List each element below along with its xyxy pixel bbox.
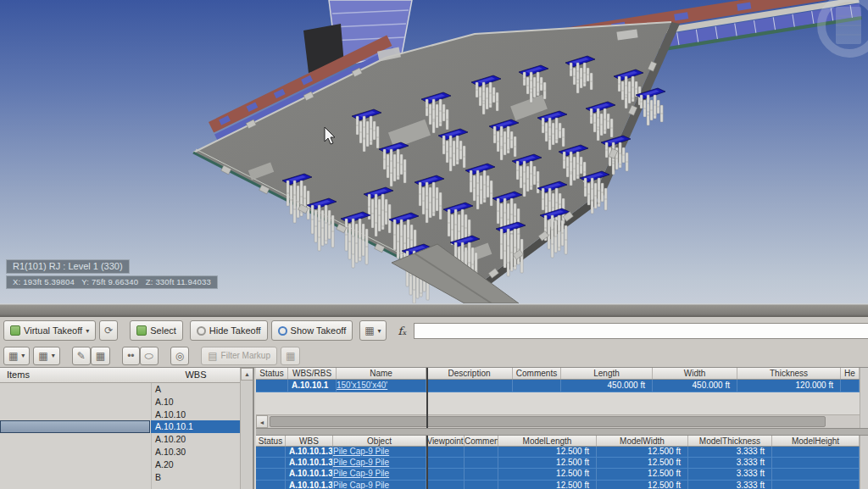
- col-viewpoint[interactable]: Viewpoint: [426, 436, 465, 446]
- col-thickness[interactable]: Thickness: [737, 368, 841, 379]
- hide-takeoff-button[interactable]: Hide Takeoff: [190, 320, 268, 341]
- item-table-empty-area: [256, 392, 860, 414]
- object-table-header: Status WBS Object Viewpoint Comments Mod…: [256, 436, 860, 447]
- wbs-row[interactable]: B: [0, 471, 241, 484]
- eraser-icon: ⬭: [145, 351, 153, 361]
- col-modellength[interactable]: ModelLength: [498, 436, 597, 446]
- app-window: R1(101) RJ : Level 1 (330) X: 193ft 5.39…: [0, 0, 868, 489]
- wbs-row-selected[interactable]: A.10.10.1: [0, 420, 241, 433]
- takeoff-toolbar: off ▾ Virtual Takeoff ▾ ⟳ Select Hide Ta…: [0, 317, 868, 344]
- wbs-row[interactable]: A: [0, 383, 241, 396]
- item-name-link[interactable]: 150'x150'x40': [337, 381, 387, 390]
- quantification-workbook: Items WBS A A.10 A.10.10 A.10.10.1 A.10.…: [0, 368, 868, 489]
- formula-input[interactable]: [414, 323, 868, 339]
- markup-toolbar: ▦ ▾ ▦ ▾ ✎ ▦ •• ⬭ ◎ ▤ Filter Markup: [0, 344, 868, 368]
- 3d-viewport-canvas[interactable]: [0, 0, 868, 303]
- circle-icon: ◎: [175, 351, 184, 361]
- selected-item-band: [0, 420, 150, 433]
- object-row[interactable]: A.10.10.1.31 Pile Cap-9 Pile 12.500 ft 1…: [256, 447, 860, 458]
- scroll-up-icon[interactable]: ▲: [241, 368, 253, 381]
- update-takeoff-button[interactable]: ⟳: [99, 320, 118, 341]
- takeoff-tables: Status WBS/RBS Name Description Comments…: [256, 368, 868, 489]
- item-thickness: 120.000 ft: [737, 380, 841, 392]
- virtual-takeoff-icon: [10, 325, 20, 336]
- grid-pencil-icon: ▦: [286, 351, 295, 361]
- col-object[interactable]: Object: [333, 436, 426, 446]
- markup-grid-button[interactable]: ▦: [91, 347, 110, 365]
- wbs-row[interactable]: A.10: [0, 396, 241, 408]
- markup-pen-button[interactable]: ✎: [72, 347, 91, 365]
- item-length: 450.000 ft: [561, 380, 653, 392]
- show-takeoff-button[interactable]: Show Takeoff: [271, 320, 353, 341]
- virtual-takeoff-button[interactable]: Virtual Takeoff ▾: [3, 320, 96, 341]
- filter-icon: ▤: [208, 351, 217, 361]
- col-wbs-rbs[interactable]: WBS/RBS: [288, 368, 337, 379]
- col-width[interactable]: Width: [653, 368, 737, 379]
- col-length[interactable]: Length: [561, 368, 653, 379]
- freeze-pane-divider[interactable]: [426, 368, 428, 428]
- col-description[interactable]: Description: [426, 368, 513, 379]
- hide-takeoff-icon: [197, 326, 206, 336]
- col-wbs[interactable]: WBS: [286, 436, 333, 446]
- dropdown-arrow-icon: ▾: [86, 327, 89, 335]
- viewport-bottom-strip: [0, 303, 868, 317]
- point-markup-button[interactable]: ••: [122, 347, 139, 365]
- col-name[interactable]: Name: [337, 368, 426, 379]
- selection-box-alt-button[interactable]: ▦ ▾: [33, 347, 59, 365]
- wbs-row[interactable]: A.10.10: [0, 408, 241, 421]
- object-link[interactable]: Pile Cap-9 Pile: [333, 481, 389, 489]
- col-comments[interactable]: Comments: [513, 368, 561, 379]
- items-column-header: Items: [7, 370, 30, 380]
- item-row-selected[interactable]: A.10.10.1 150'x150'x40' 450.000 ft 450.0…: [256, 380, 860, 392]
- item-navigation-panel: Items WBS A A.10 A.10.10 A.10.10.1 A.10.…: [0, 368, 254, 489]
- item-width: 450.000 ft: [653, 380, 737, 392]
- pen-icon: ✎: [77, 351, 86, 361]
- select-button[interactable]: Select: [130, 320, 183, 341]
- panel-vertical-scrollbar[interactable]: ▲: [240, 368, 253, 489]
- selection-box-button[interactable]: ▦ ▾: [3, 347, 30, 365]
- grid-icon: ▦: [96, 351, 105, 361]
- fx-label: fₓ: [398, 325, 407, 337]
- object-table-vertical-scrollbar[interactable]: [860, 436, 868, 489]
- col-status[interactable]: Status: [256, 368, 288, 379]
- 3d-viewport[interactable]: R1(101) RJ : Level 1 (330) X: 193ft 5.39…: [0, 0, 868, 303]
- selection-tooltip: R1(101) RJ : Level 1 (330): [6, 259, 130, 274]
- item-table-vertical-scrollbar[interactable]: [860, 368, 868, 428]
- object-link[interactable]: Pile Cap-9 Pile: [333, 458, 389, 467]
- wbs-row[interactable]: A.10.30: [0, 446, 241, 458]
- scroll-left-icon[interactable]: ◄: [256, 415, 268, 428]
- wbs-column-header: WBS: [151, 370, 241, 380]
- col-status[interactable]: Status: [256, 436, 286, 446]
- erase-markup-button[interactable]: ⬭: [140, 347, 159, 365]
- dropdown-arrow-icon: ▾: [21, 352, 25, 359]
- record-markup-button[interactable]: ◎: [170, 347, 189, 365]
- object-row[interactable]: A.10.10.1.32 Pile Cap-9 Pile 12.500 ft 1…: [256, 458, 860, 469]
- coordinates-tooltip: X: 193ft 5.39804 Y: 75ft 9.66340 Z: 330f…: [6, 275, 218, 289]
- filter-markup-button[interactable]: ▤ Filter Markup: [201, 347, 277, 365]
- item-wbs: A.10.10.1: [288, 380, 337, 392]
- scrollbar-thumb[interactable]: [270, 416, 826, 427]
- wbs-row[interactable]: A.20: [0, 458, 241, 471]
- col-comments[interactable]: Comments: [465, 436, 498, 446]
- item-takeoff-table: Status WBS/RBS Name Description Comments…: [256, 368, 860, 392]
- freeze-pane-divider[interactable]: [426, 436, 428, 489]
- takeoff-navigator-button[interactable]: ▦ ▾: [359, 320, 386, 341]
- horizontal-scrollbar[interactable]: ◄: [256, 414, 860, 428]
- selection-box-icon: ▦: [38, 351, 47, 361]
- wbs-row[interactable]: A.10.20: [0, 433, 241, 446]
- col-modelwidth[interactable]: ModelWidth: [597, 436, 688, 446]
- change-analysis-button[interactable]: ▦: [281, 347, 300, 365]
- object-takeoff-table: Status WBS Object Viewpoint Comments Mod…: [256, 436, 860, 489]
- col-modelheight[interactable]: ModelHeight: [772, 436, 860, 446]
- object-row[interactable]: A.10.10.1.34 Pile Cap-9 Pile 12.500 ft 1…: [256, 481, 860, 489]
- object-link[interactable]: Pile Cap-9 Pile: [333, 469, 389, 478]
- dropdown-arrow-icon: ▾: [378, 327, 381, 335]
- object-row[interactable]: A.10.10.1.33 Pile Cap-9 Pile 12.500 ft 1…: [256, 469, 860, 480]
- wbs-tree: A A.10 A.10.10 A.10.10.1 A.10.20 A.10.30…: [0, 383, 241, 483]
- selection-box-icon: ▦: [8, 351, 18, 361]
- object-link[interactable]: Pile Cap-9 Pile: [333, 447, 389, 456]
- col-height[interactable]: He: [841, 368, 860, 379]
- col-modelthickness[interactable]: ModelThickness: [688, 436, 772, 446]
- table-splitter[interactable]: [256, 428, 868, 436]
- item-table-header: Status WBS/RBS Name Description Comments…: [256, 368, 860, 380]
